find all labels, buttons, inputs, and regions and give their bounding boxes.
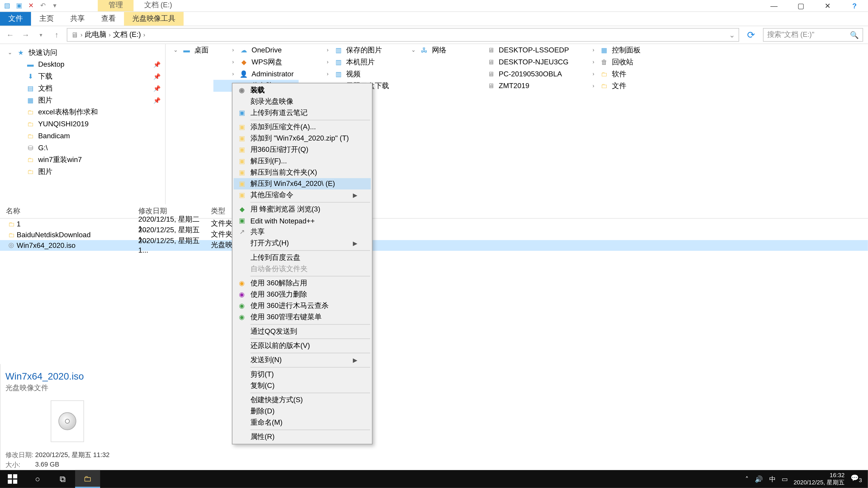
explorer-taskbar-button[interactable]: 🗀: [75, 470, 100, 488]
nav-item[interactable]: 🖥DESKTOP-LSSOEDP: [451, 44, 574, 56]
menu-item[interactable]: ▣解压到当前文件夹(X): [234, 167, 371, 178]
chevron-right-icon[interactable]: ›: [109, 32, 111, 38]
nav-quick-access[interactable]: ⌄ ★ 快速访问: [0, 46, 165, 59]
chevron-icon[interactable]: ›: [230, 59, 236, 65]
menu-item[interactable]: ▣解压到 Win7x64_2020\ (E): [234, 178, 371, 189]
nav-item[interactable]: ›🗀软件: [574, 68, 645, 80]
chevron-icon[interactable]: ›: [324, 47, 331, 53]
chevron-down-icon[interactable]: ⌄: [173, 47, 179, 53]
forward-button[interactable]: →: [20, 30, 31, 40]
nav-item[interactable]: 🖥ZMT2019: [451, 80, 574, 92]
chevron-down-icon[interactable]: ⌄: [7, 50, 13, 55]
ribbon-tab-share[interactable]: 共享: [62, 12, 93, 26]
search-input[interactable]: 搜索"文档 (E:)" 🔍: [763, 28, 863, 42]
menu-item[interactable]: ◉使用 360进行木马云查杀: [234, 300, 371, 312]
notification-icon[interactable]: ▭: [782, 475, 787, 483]
search-icon[interactable]: 🔍: [850, 31, 859, 39]
menu-item[interactable]: ▣Edit with Notepad++: [234, 215, 371, 226]
nav-item[interactable]: ›👤Administrator: [213, 68, 298, 80]
nav-item[interactable]: ›🗀文件: [574, 80, 645, 92]
menu-item[interactable]: 上传到百度云盘: [234, 252, 371, 263]
back-button[interactable]: ←: [5, 30, 16, 40]
up-button[interactable]: ↑: [51, 30, 62, 40]
nav-item[interactable]: ›☁OneDrive: [213, 44, 298, 56]
minimize-button[interactable]: ―: [761, 0, 787, 12]
menu-item[interactable]: ◉使用 360强力删除: [234, 289, 371, 300]
chevron-icon[interactable]: ›: [230, 47, 236, 53]
menu-item[interactable]: ▣添加到 "Win7x64_2020.zip" (T): [234, 133, 371, 144]
chevron-icon[interactable]: ›: [590, 71, 596, 77]
nav-item[interactable]: 🗀图片: [0, 166, 165, 177]
nav-item[interactable]: ›▦控制面板: [574, 44, 645, 56]
menu-item[interactable]: 删除(D): [234, 406, 371, 417]
chevron-icon[interactable]: ›: [590, 47, 596, 53]
chevron-icon[interactable]: ›: [324, 71, 331, 77]
file-row[interactable]: ◎ Win7x64_2020.iso 2020/12/25, 星期五 1... …: [0, 240, 868, 250]
menu-item[interactable]: 属性(R): [234, 431, 371, 443]
menu-item[interactable]: ◉使用 360管理右键菜单: [234, 312, 371, 323]
nav-item[interactable]: ›▥本机照片: [298, 56, 394, 68]
menu-item[interactable]: ▣其他压缩命令▶: [234, 190, 371, 201]
menu-item[interactable]: 剪切(T): [234, 369, 371, 380]
nav-item[interactable]: ▤文档📌: [0, 82, 165, 94]
chevron-right-icon[interactable]: ›: [81, 32, 83, 38]
help-button[interactable]: ?: [841, 0, 868, 12]
search-button[interactable]: ○: [25, 470, 50, 488]
chevron-down-icon[interactable]: ⌄: [729, 31, 735, 39]
nav-item[interactable]: ›▥保存的图片: [298, 44, 394, 56]
nav-item[interactable]: 🖥DESKTOP-NJEU3CG: [451, 56, 574, 68]
chevron-right-icon[interactable]: ›: [143, 32, 145, 38]
menu-item[interactable]: 打开方式(H)▶: [234, 238, 371, 249]
nav-desktop-root[interactable]: ⌄ ▬ 桌面: [166, 44, 213, 56]
refresh-button[interactable]: ⟳: [744, 29, 758, 40]
menu-item[interactable]: 刻录光盘映像: [234, 96, 371, 107]
chevron-icon[interactable]: ›: [324, 59, 331, 65]
menu-item[interactable]: ↗共享: [234, 226, 371, 238]
ime-indicator[interactable]: 中: [769, 475, 776, 484]
volume-icon[interactable]: 🔊: [755, 475, 763, 483]
chevron-down-icon[interactable]: ⌄: [410, 47, 416, 53]
ribbon-tab-disc-tools[interactable]: 光盘映像工具: [124, 12, 184, 26]
nav-item[interactable]: ›▥视频: [298, 68, 394, 80]
menu-item[interactable]: 复制(C): [234, 380, 371, 391]
nav-item[interactable]: 🗀excel表格制作求和: [0, 106, 165, 118]
menu-item[interactable]: 还原以前的版本(V): [234, 340, 371, 352]
recent-dropdown[interactable]: ▾: [36, 30, 46, 40]
menu-item[interactable]: ▣用360压缩打开(Q): [234, 144, 371, 156]
undo-icon[interactable]: ↶: [38, 1, 48, 10]
menu-item[interactable]: ◉装载: [234, 85, 371, 96]
ribbon-tab-view[interactable]: 查看: [93, 12, 124, 26]
start-button[interactable]: [0, 470, 25, 488]
crumb-drive-e[interactable]: 文档 (E:): [113, 30, 141, 40]
breadcrumb[interactable]: 🖥 › 此电脑 › 文档 (E:) › ⌄: [67, 28, 739, 42]
nav-item[interactable]: ›◆WPS网盘: [213, 56, 298, 68]
ribbon-tab-home[interactable]: 主页: [31, 12, 62, 26]
close-button[interactable]: ✕: [814, 0, 841, 12]
menu-item[interactable]: ▣解压到(F)...: [234, 156, 371, 167]
menu-item[interactable]: 发送到(N)▶: [234, 355, 371, 366]
nav-network[interactable]: ⌄ 🖧 网络: [394, 44, 451, 56]
nav-item[interactable]: ⛁G:\: [0, 142, 165, 154]
action-center-icon[interactable]: 💬3: [850, 475, 862, 484]
menu-item[interactable]: ▣上传到有道云笔记: [234, 107, 371, 119]
nav-item[interactable]: ▬Desktop📌: [0, 58, 165, 70]
menu-item[interactable]: 创建快捷方式(S): [234, 394, 371, 406]
delete-icon[interactable]: ✕: [26, 1, 36, 10]
task-view-button[interactable]: ⧉: [50, 470, 75, 488]
crumb-this-pc[interactable]: 此电脑: [85, 30, 106, 40]
chevron-icon[interactable]: ›: [590, 83, 596, 89]
file-row[interactable]: 🗀 1 2020/12/15, 星期二 1... 文件夹: [0, 218, 868, 229]
menu-item[interactable]: ◆用 蜂蜜浏览器 浏览(3): [234, 204, 371, 215]
nav-item[interactable]: ›🗑回收站: [574, 56, 645, 68]
properties-icon[interactable]: ▣: [14, 1, 24, 10]
chevron-icon[interactable]: ›: [230, 71, 236, 77]
nav-item[interactable]: 🗀Bandicam: [0, 130, 165, 142]
menu-item[interactable]: ▣添加到压缩文件(A)...: [234, 122, 371, 133]
ribbon-tab-file[interactable]: 文件: [0, 12, 31, 26]
nav-item[interactable]: 🗀win7重装win7: [0, 154, 165, 166]
nav-item[interactable]: ⬇下载📌: [0, 70, 165, 82]
file-list[interactable]: 🗀 1 2020/12/15, 星期二 1... 文件夹 🗀 BaiduNetd…: [0, 218, 868, 364]
maximize-button[interactable]: ▢: [787, 0, 814, 12]
menu-item[interactable]: 重命名(M): [234, 417, 371, 428]
col-name[interactable]: 名称: [6, 206, 138, 216]
